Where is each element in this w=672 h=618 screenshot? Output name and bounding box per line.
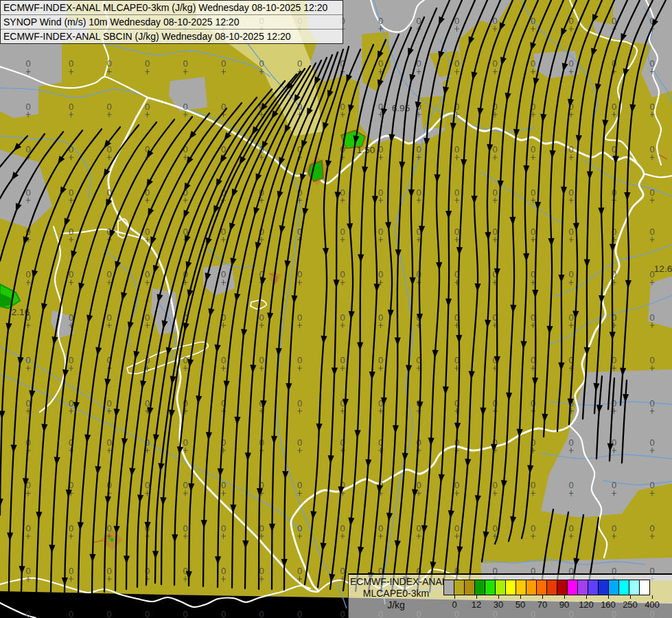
station: 0: [221, 609, 226, 618]
station-wind-value: 0: [531, 523, 535, 534]
legend-color-cell: [495, 580, 506, 595]
station-wind-value: 0: [259, 566, 264, 576]
station-wind-value: 0: [492, 227, 497, 237]
legend-title-model: ECMWF-INDEX-ANAL: [350, 576, 442, 588]
station-wind-value: 0: [492, 144, 497, 154]
station-wind-value: 0: [297, 480, 302, 490]
station-wind-value: 0: [145, 58, 150, 69]
title-line-mlcape: ECMWF-INDEX-ANAL MLCAPE0-3km (J/kg) Wedn…: [1, 1, 343, 15]
station-wind-value: 0: [69, 523, 73, 534]
station-wind-value: 0: [649, 523, 654, 534]
station: 0: [145, 609, 150, 618]
legend-tick-mark: [498, 595, 499, 599]
station-wind-value: 0: [145, 398, 150, 409]
station-wind-value: 0: [297, 523, 302, 534]
station-wind-value: 0: [25, 609, 30, 618]
station: 0: [259, 609, 264, 618]
station-wind-value: 0: [649, 58, 654, 69]
station-wind-value: 0: [25, 102, 30, 112]
station-wind-value: 0: [568, 312, 573, 323]
station-wind-value: 0: [568, 58, 573, 69]
station-wind-value: 0: [183, 437, 187, 448]
station-wind-value: 0: [416, 144, 421, 154]
station-wind-value: 0: [297, 398, 302, 409]
weather-map: 0000000000000000000000000000000000000000…: [0, 0, 672, 618]
station-wind-value: 0: [106, 437, 111, 448]
legend-color-cell: [505, 580, 516, 595]
legend-color-cell: [618, 580, 629, 595]
station-wind-value: 0: [378, 312, 383, 323]
legend-color-cell: [485, 580, 496, 595]
station-wind-value: 0: [612, 102, 616, 112]
legend-color-cell: [464, 580, 475, 595]
station-wind-value: 0: [69, 58, 73, 69]
legend-color-cell: [557, 580, 568, 595]
station-wind-value: 0: [106, 269, 111, 279]
station-wind-value: 0: [69, 102, 73, 112]
title-box: ECMWF-INDEX-ANAL MLCAPE0-3km (J/kg) Wedn…: [0, 0, 343, 44]
station-wind-value: 0: [531, 187, 535, 198]
station-wind-value: 0: [297, 58, 302, 69]
station-wind-value: 0: [297, 269, 302, 279]
legend-tick-mark: [542, 595, 543, 599]
title-line-synop-wind: SYNOP Wind (m/s) 10m Wednesday 08-10-202…: [1, 15, 343, 30]
station-wind-value: 0: [649, 480, 654, 490]
station-wind-value: 0: [183, 523, 187, 534]
station-wind-value: 0: [378, 269, 383, 279]
station-wind-value: 0: [649, 187, 654, 198]
station-wind-value: 0: [69, 398, 73, 409]
station-wind-value: 0: [221, 480, 226, 490]
legend-tick-label: 400: [638, 599, 666, 610]
legend-color-cell: [577, 580, 588, 595]
legend-color-cell: [546, 580, 557, 595]
station-wind-value: 0: [416, 523, 421, 534]
station-wind-value: 0: [183, 355, 187, 365]
station-wind-value: 0: [106, 398, 111, 409]
legend-title-param: MLCAPE0-3km: [350, 588, 442, 599]
station-wind-value: 0: [69, 609, 73, 618]
legend-color-cell: [515, 580, 526, 595]
station-wind-value: 0: [568, 187, 573, 198]
station: 0: [183, 609, 187, 618]
cape-green-dot: [111, 538, 114, 542]
station-wind-value: 0: [221, 269, 226, 279]
station-wind-value: 0: [531, 227, 535, 237]
station-wind-value: 0: [531, 480, 535, 490]
station-wind-value: 0: [649, 355, 654, 365]
station-wind-value: 0: [492, 480, 497, 490]
station-wind-value: 0: [416, 480, 421, 490]
station-wind-value: 0: [221, 355, 226, 365]
station-wind-value: 0: [106, 102, 111, 112]
station-wind-value: 0: [340, 566, 345, 576]
contour-label: 12.6: [654, 264, 672, 274]
station-wind-value: 0: [145, 269, 150, 279]
station-wind-value: 0: [612, 523, 616, 534]
station-wind-value: 0: [492, 523, 497, 534]
legend-color-cell: [588, 580, 599, 595]
station-wind-value: 0: [297, 437, 302, 448]
station-wind-value: 0: [106, 523, 111, 534]
station-wind-value: 0: [340, 523, 345, 534]
station-wind-value: 0: [259, 312, 264, 323]
station-wind-value: 0: [183, 609, 187, 618]
station: 0: [69, 609, 73, 618]
station-wind-value: 0: [378, 523, 383, 534]
station-wind-value: 0: [25, 58, 30, 69]
station-wind-value: 0: [221, 609, 226, 618]
legend-color-cell: [474, 580, 485, 595]
station-wind-value: 0: [649, 102, 654, 112]
station-wind-value: 0: [106, 609, 111, 618]
station-wind-value: 0: [25, 566, 30, 576]
station: 0: [25, 609, 30, 618]
station-wind-value: 0: [69, 355, 73, 365]
legend: ECMWF-INDEX-ANAL MLCAPE0-3km J/kg 012305…: [348, 573, 672, 618]
station-wind-value: 0: [297, 355, 302, 365]
station-wind-value: 0: [221, 523, 226, 534]
station-wind-value: 0: [649, 227, 654, 237]
station-wind-value: 0: [145, 227, 150, 237]
station: 0: [106, 609, 111, 618]
station-wind-value: 0: [25, 398, 30, 409]
legend-color-cell: [536, 580, 547, 595]
station-wind-value: 0: [259, 58, 264, 69]
title-line-sbcin: ECMWF-INDEX-ANAL SBCIN (J/kg) Wednesday …: [1, 30, 343, 43]
